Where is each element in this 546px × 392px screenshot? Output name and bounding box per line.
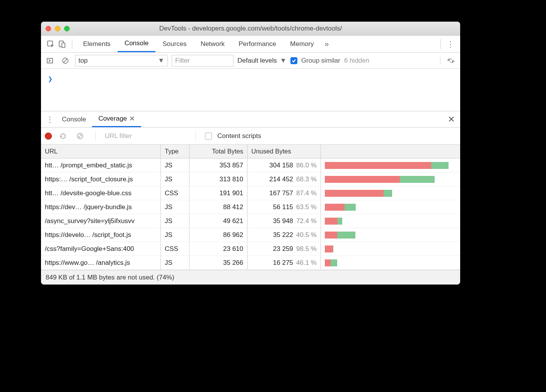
table-row[interactable]: https://www.go… /analytics.jsJS35 26616 …	[41, 256, 460, 270]
usage-bar	[325, 162, 449, 169]
table-row[interactable]: https://dev… /jquery-bundle.jsJS88 41256…	[41, 200, 460, 214]
usage-bar	[325, 176, 435, 183]
content-scripts-label: Content scripts	[217, 132, 261, 140]
cell-unused-bytes: 56 11563.5 %	[247, 200, 321, 214]
group-similar-label: Group similar	[301, 57, 340, 65]
divider	[95, 131, 96, 141]
log-level-value: Default levels	[237, 57, 277, 65]
reload-icon[interactable]	[57, 130, 69, 142]
cell-usage-bar	[321, 159, 460, 172]
chevron-down-icon: ▼	[158, 57, 164, 65]
drawer-tab-coverage[interactable]: Coverage✕	[92, 111, 141, 127]
coverage-toolbar: URL filter Content scripts	[41, 128, 460, 145]
tab-elements[interactable]: Elements	[76, 36, 118, 52]
devtools-window: DevTools - developers.google.com/web/too…	[41, 22, 460, 285]
table-row[interactable]: htt… /devsite-google-blue.cssCSS191 9011…	[41, 186, 460, 200]
drawer-tab-console[interactable]: Console	[56, 111, 92, 127]
execution-context-icon[interactable]	[44, 55, 56, 66]
cell-url: https://dev… /jquery-bundle.js	[41, 200, 161, 214]
usage-bar	[325, 218, 342, 225]
coverage-status-bar: 849 KB of 1.1 MB bytes are not used. (74…	[41, 270, 460, 285]
window-title: DevTools - developers.google.com/web/too…	[41, 25, 460, 32]
console-output[interactable]: ❯	[41, 69, 460, 111]
log-level-selector[interactable]: Default levels ▼	[237, 57, 287, 65]
column-header-total[interactable]: Total Bytes	[189, 145, 247, 158]
content-scripts-checkbox[interactable]	[205, 133, 212, 140]
unused-segment	[325, 176, 400, 183]
table-row[interactable]: https:… /script_foot_closure.jsJS313 810…	[41, 172, 460, 186]
close-drawer-icon[interactable]: ✕	[445, 114, 457, 125]
column-header-unused[interactable]: Unused Bytes	[247, 145, 321, 158]
column-header-visualization[interactable]	[321, 145, 460, 158]
cell-unused-bytes: 35 22240.5 %	[247, 228, 321, 242]
clear-coverage-icon[interactable]	[74, 130, 86, 142]
usage-bar	[325, 190, 392, 197]
table-row[interactable]: /async_survey?site=ylj5ifxusvvJS49 62135…	[41, 214, 460, 228]
used-segment	[338, 218, 342, 225]
cell-usage-bar	[321, 242, 460, 256]
cell-type: JS	[161, 159, 189, 172]
context-selector[interactable]: top ▼	[75, 55, 168, 66]
tab-performance[interactable]: Performance	[232, 36, 283, 52]
cell-unused-bytes: 167 75787.4 %	[247, 186, 321, 200]
svg-line-7	[78, 134, 82, 138]
more-tabs-icon[interactable]: »	[321, 38, 333, 50]
cell-usage-bar	[321, 228, 460, 242]
column-header-type[interactable]: Type	[161, 145, 189, 158]
cell-unused-bytes: 16 27546.1 %	[247, 256, 321, 269]
table-row[interactable]: htt… /prompt_embed_static.jsJS353 857304…	[41, 159, 460, 172]
console-settings-icon[interactable]	[440, 57, 457, 65]
console-toolbar: top ▼ Filter Default levels ▼ Group simi…	[41, 53, 460, 69]
unused-segment	[325, 204, 345, 211]
tab-network[interactable]: Network	[194, 36, 232, 52]
cell-total-bytes: 88 412	[189, 200, 247, 214]
cell-total-bytes: 49 621	[189, 214, 247, 228]
tab-console[interactable]: Console	[118, 36, 155, 52]
tab-sources[interactable]: Sources	[155, 36, 193, 52]
titlebar: DevTools - developers.google.com/web/too…	[41, 22, 460, 36]
coverage-url-filter-input[interactable]: URL filter	[105, 132, 186, 140]
unused-segment	[325, 190, 384, 197]
cell-type: JS	[161, 228, 189, 242]
cell-total-bytes: 191 901	[189, 186, 247, 200]
table-header-row: URL Type Total Bytes Unused Bytes	[41, 145, 460, 159]
cell-url: https:… /script_foot_closure.js	[41, 172, 161, 186]
unused-segment	[325, 245, 333, 252]
console-filter-placeholder: Filter	[175, 57, 190, 65]
console-filter-input[interactable]: Filter	[172, 55, 234, 66]
unused-segment	[325, 259, 331, 266]
chevron-down-icon: ▼	[280, 57, 287, 65]
used-segment	[345, 204, 356, 211]
svg-line-5	[63, 59, 67, 63]
more-options-icon[interactable]: ⋮	[445, 38, 456, 50]
cell-total-bytes: 353 857	[189, 159, 247, 172]
clear-console-icon[interactable]	[60, 55, 71, 66]
record-button[interactable]	[45, 133, 52, 140]
cell-url: /css?family=Google+Sans:400	[41, 242, 161, 256]
cell-unused-bytes: 214 45268.3 %	[247, 172, 321, 186]
table-row[interactable]: /css?family=Google+Sans:400CSS23 61023 2…	[41, 242, 460, 256]
cell-type: CSS	[161, 242, 189, 256]
cell-type: CSS	[161, 186, 189, 200]
svg-rect-2	[62, 43, 65, 48]
cell-url: https://develo… /script_foot.js	[41, 228, 161, 242]
used-segment	[384, 190, 392, 197]
console-prompt-icon: ❯	[48, 74, 53, 84]
cell-unused-bytes: 304 15886.0 %	[247, 159, 321, 172]
cell-url: htt… /devsite-google-blue.css	[41, 186, 161, 200]
cell-usage-bar	[321, 214, 460, 228]
toggle-device-toolbar-icon[interactable]	[56, 38, 68, 50]
table-row[interactable]: https://develo… /script_foot.jsJS86 9623…	[41, 228, 460, 242]
cell-usage-bar	[321, 172, 460, 186]
drawer-more-icon[interactable]: ⋮	[44, 114, 56, 125]
column-header-url[interactable]: URL	[41, 145, 161, 158]
cell-type: JS	[161, 256, 189, 269]
inspect-element-icon[interactable]	[45, 38, 56, 50]
cell-total-bytes: 23 610	[189, 242, 247, 256]
tab-memory[interactable]: Memory	[283, 36, 321, 52]
cell-url: htt… /prompt_embed_static.js	[41, 159, 161, 172]
cell-type: JS	[161, 172, 189, 186]
group-similar-checkbox[interactable]	[290, 57, 297, 64]
close-tab-icon[interactable]: ✕	[129, 114, 135, 123]
unused-segment	[325, 232, 337, 239]
